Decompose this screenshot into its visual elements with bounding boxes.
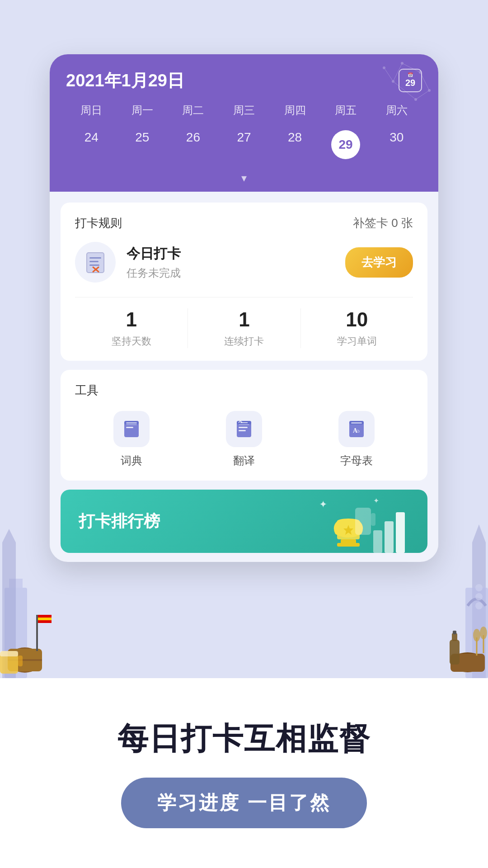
calendar-dropdown[interactable]: ▾	[66, 168, 422, 192]
tool-alphabet[interactable]: A b 字母表	[300, 411, 413, 468]
tool-dictionary-label: 词典	[121, 453, 142, 468]
weekday-sun: 周日	[66, 103, 117, 118]
go-study-button[interactable]: 去学习	[345, 247, 413, 278]
weekday-tue: 周二	[168, 103, 219, 118]
tools-title: 工具	[75, 382, 413, 398]
svg-line-36	[402, 63, 420, 72]
svg-rect-29	[453, 631, 456, 634]
checkin-task-icon	[83, 250, 108, 274]
checkin-text-wrap: 今日打卡 任务未完成	[127, 245, 334, 280]
tool-dictionary[interactable]: 词典	[75, 411, 188, 468]
checkin-stats-row: 1 坚持天数 1 连续打卡 10 学习单词	[75, 297, 413, 348]
stat-words-label: 学习单词	[337, 335, 377, 348]
svg-point-19	[475, 593, 483, 600]
weekday-thu: 周四	[269, 103, 320, 118]
svg-rect-14	[0, 651, 18, 656]
checkin-today-row: 今日打卡 任务未完成 去学习	[75, 242, 413, 283]
svg-line-41	[393, 81, 416, 99]
dates-row: 24 25 26 27 28 29 30	[66, 125, 422, 168]
date-26[interactable]: 26	[168, 125, 219, 165]
stat-words-number: 10	[346, 308, 368, 331]
tools-row: 词典 翻译	[75, 411, 413, 468]
date-27[interactable]: 27	[219, 125, 270, 165]
checkin-today-subtitle: 任务未完成	[127, 266, 334, 280]
network-pattern	[348, 54, 438, 118]
main-content: 打卡规则 补签卡 0 张 今日打	[50, 192, 438, 553]
svg-point-26	[480, 627, 487, 639]
stat-persistence-label: 坚持天数	[112, 335, 151, 348]
checkin-today-title: 今日打卡	[127, 245, 334, 263]
svg-rect-45	[89, 264, 99, 266]
bottom-section: 每日打卡互相监督 学习进度 一目了然	[0, 678, 488, 868]
tool-translate[interactable]: 翻译	[188, 411, 300, 468]
svg-rect-75	[371, 513, 375, 526]
svg-rect-9	[38, 615, 52, 618]
svg-rect-11	[38, 618, 52, 620]
svg-text:✦: ✦	[373, 497, 379, 505]
stat-streak: 1 连续打卡	[188, 308, 300, 348]
calendar-title: 2021年1月29日	[66, 69, 184, 92]
stat-words: 10 学习单词	[300, 308, 413, 348]
svg-rect-73	[396, 512, 405, 553]
svg-marker-16	[472, 524, 486, 542]
svg-line-40	[384, 68, 393, 81]
tool-translate-label: 翻译	[233, 453, 255, 468]
supplement-label: 补签卡 0 张	[353, 215, 413, 231]
translate-icon	[234, 419, 254, 439]
svg-rect-10	[38, 620, 52, 623]
svg-rect-66	[337, 543, 360, 547]
weekday-wed: 周三	[219, 103, 270, 118]
svg-rect-61	[351, 422, 362, 424]
svg-rect-71	[373, 530, 382, 553]
date-28[interactable]: 28	[269, 125, 320, 165]
checkin-rules-label: 打卡规则	[75, 215, 122, 231]
svg-line-39	[416, 90, 429, 99]
stat-streak-label: 连续打卡	[224, 335, 264, 348]
tool-alphabet-label: 字母表	[340, 453, 373, 468]
ranking-decoration: ✦ ✦	[310, 494, 409, 553]
phone-card: 2021年1月29日 📅 29 周日 周一 周二 周三 周四 周五 周六 24 …	[50, 54, 438, 562]
calendar-header: 2021年1月29日 📅 29 周日 周一 周二 周三 周四 周五 周六 24 …	[50, 54, 438, 192]
svg-rect-50	[126, 427, 133, 428]
svg-text:✦: ✦	[319, 499, 327, 510]
calendar-icon-top: 📅	[408, 73, 413, 77]
svg-rect-43	[89, 257, 101, 259]
main-slogan: 每日打卡互相监督	[117, 718, 371, 760]
dropdown-arrow-icon: ▾	[241, 172, 247, 184]
svg-point-20	[475, 602, 483, 609]
stat-persistence: 1 坚持天数	[75, 308, 188, 348]
stat-persistence-number: 1	[126, 308, 136, 331]
tool-alphabet-icon-wrap: A b	[338, 411, 375, 447]
svg-point-18	[475, 584, 483, 591]
svg-rect-72	[385, 521, 394, 553]
checkin-icon-wrap	[75, 242, 116, 283]
weekday-mon: 周一	[117, 103, 168, 118]
sub-button[interactable]: 学习进度 一目了然	[121, 778, 367, 828]
alphabet-icon: A b	[347, 419, 366, 439]
tools-card: 工具 词典	[61, 370, 427, 481]
dictionary-icon	[122, 419, 141, 439]
svg-text:b: b	[357, 429, 360, 434]
svg-rect-7	[36, 615, 38, 651]
date-25[interactable]: 25	[117, 125, 168, 165]
svg-rect-13	[18, 656, 23, 666]
svg-marker-3	[2, 529, 16, 542]
checkin-card: 打卡规则 补签卡 0 张 今日打	[61, 203, 427, 361]
svg-line-37	[420, 72, 429, 90]
tool-translate-icon-wrap	[226, 411, 262, 447]
svg-rect-52	[126, 422, 137, 424]
ranking-title: 打卡排行榜	[79, 510, 160, 533]
stat-streak-number: 1	[239, 308, 249, 331]
date-30[interactable]: 30	[371, 125, 422, 165]
date-24[interactable]: 24	[66, 125, 117, 165]
svg-line-38	[393, 63, 402, 81]
date-29-active[interactable]: 29	[320, 125, 371, 165]
svg-rect-44	[89, 261, 99, 262]
svg-rect-74	[355, 508, 371, 535]
svg-rect-55	[239, 427, 248, 428]
ranking-banner[interactable]: 打卡排行榜 ✦ ✦	[61, 490, 427, 553]
svg-point-24	[473, 629, 480, 642]
svg-rect-27	[450, 640, 460, 665]
tool-dictionary-icon-wrap	[113, 411, 150, 447]
svg-rect-56	[239, 430, 246, 431]
